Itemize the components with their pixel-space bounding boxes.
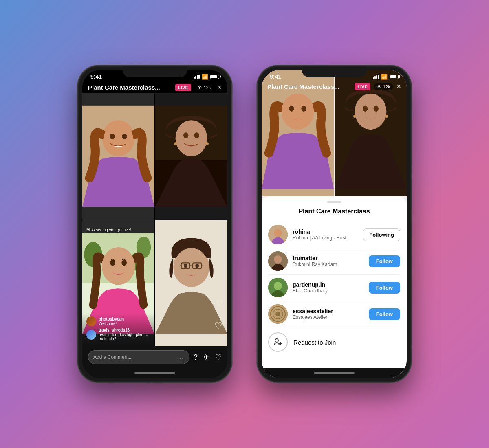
svg-point-20 (102, 247, 135, 285)
phone-right: 9:41 📶 Plant Care Masterclass... (257, 65, 412, 383)
live-header-right-left: LIVE 👁 12k × (175, 83, 222, 92)
avatar-essajees (268, 304, 288, 324)
svg-point-36 (289, 106, 294, 112)
video-person-1 (82, 93, 154, 220)
comment-message-1: Welcome! (99, 321, 117, 326)
panel-handle[interactable] (327, 201, 341, 203)
comment-avatar-1 (86, 316, 96, 326)
bottom-panel: Plant Care Masterclass rohina Rohina | A… (262, 196, 407, 368)
svg-point-49 (274, 282, 282, 290)
comments-overlay: photosbyean Welcome! travis_shreds18 bes… (82, 313, 154, 346)
heart-icon-left[interactable]: ♡ (215, 353, 222, 362)
participant-row-rohina: rohina Rohina | AA Living · Host Followi… (268, 222, 400, 248)
comment-username-2: travis_shreds18 (99, 328, 130, 332)
svg-point-37 (301, 106, 306, 112)
eye-icon-right: 👁 (377, 84, 381, 89)
video-grid-left: Miss seeing you go Live! photosbyean Wel… (82, 93, 227, 346)
comment-text-2: travis_shreds18 best indoor low light pl… (99, 328, 150, 341)
svg-point-11 (206, 142, 209, 145)
participant-info-gardenup: gardenup.in Ekta Chaudhary (293, 281, 364, 294)
trumatter-avatar-svg (268, 251, 288, 271)
phone-left: 9:41 📶 Plant Care Masterclass... LIVE (77, 65, 232, 383)
battery-icon-left (210, 75, 219, 79)
svg-point-5 (122, 134, 127, 139)
participant-desc-rohina: Rohina | AA Living · Host (293, 235, 358, 241)
home-bar-right (314, 372, 355, 374)
svg-point-13 (194, 132, 199, 138)
svg-point-12 (183, 132, 188, 138)
stream-title-right: Plant Care Masterclass... (267, 83, 339, 90)
gardenup-avatar-svg (268, 278, 288, 297)
svg-point-31 (184, 264, 187, 268)
comment-placeholder-left: Add a Comment... (93, 354, 133, 360)
participant-row-essajees: essajeesatelier Essajees Atelier Follow (268, 301, 400, 327)
request-join-label: Request to Join (293, 339, 336, 346)
screen-right: 9:41 📶 Plant Care Masterclass... (262, 70, 407, 378)
participant-username-gardenup: gardenup.in (293, 281, 364, 288)
svg-point-25 (174, 248, 209, 286)
screen-left: 9:41 📶 Plant Care Masterclass... LIVE (82, 70, 227, 378)
participant-info-trumatter: trumatter Rukmini Ray Kadam (293, 255, 364, 267)
participant-row-trumatter: trumatter Rukmini Ray Kadam Follow (268, 248, 400, 275)
bottom-icons-left: ? ✈ ♡ (194, 353, 222, 362)
comment-message-2: best indoor low light plan to maintain? (99, 332, 148, 341)
status-time-left: 9:41 (90, 73, 102, 80)
close-button-left[interactable]: × (217, 83, 222, 92)
viewer-count-left: 👁 12k (194, 84, 214, 91)
question-icon-left[interactable]: ? (194, 353, 198, 362)
comment-avatar-2 (86, 330, 96, 340)
follow-button-essajees[interactable]: Follow (369, 308, 400, 320)
phone-notch-left (122, 66, 187, 77)
heart-icon-bottom: ♡ (214, 321, 222, 331)
svg-point-22 (121, 260, 126, 266)
follow-button-gardenup[interactable]: Follow (369, 282, 400, 294)
eye-icon-left: 👁 (198, 85, 202, 90)
wifi-icon-right: 📶 (381, 74, 388, 80)
request-to-join-row[interactable]: Request to Join (268, 327, 400, 357)
participant-desc-gardenup: Ekta Chaudhary (293, 288, 364, 294)
svg-point-39 (355, 94, 387, 130)
follow-button-trumatter[interactable]: Follow (369, 255, 400, 267)
home-indicator-right (262, 368, 407, 378)
comment-item-1: photosbyean Welcome! (86, 316, 150, 326)
request-join-icon (268, 332, 288, 352)
bottom-bar-left: Add a Comment... ... ? ✈ ♡ (82, 346, 227, 368)
comment-username-1: photosbyean (99, 317, 124, 321)
svg-point-45 (274, 229, 282, 237)
stream-title-left: Plant Care Masterclass... (88, 84, 160, 91)
signal-bars-right (373, 75, 379, 79)
status-icons-right: 📶 (373, 74, 399, 80)
participant-username-essajees: essajeesatelier (293, 308, 364, 314)
participant-username-trumatter: trumatter (293, 255, 364, 261)
svg-point-4 (110, 134, 115, 139)
video-cell-4: ♡ ♡ (155, 220, 227, 347)
phone-notch-right (302, 66, 367, 77)
panel-title: Plant Care Masterclass (268, 208, 400, 215)
home-bar-left (134, 372, 175, 374)
svg-point-47 (274, 255, 282, 264)
participant-info-rohina: rohina Rohina | AA Living · Host (293, 228, 358, 241)
wifi-icon-left: 📶 (202, 74, 208, 80)
svg-point-42 (363, 106, 368, 112)
miss-overlay-text: Miss seeing you go Live! (86, 228, 131, 232)
participant-desc-essajees: Essajees Atelier (293, 314, 364, 320)
share-icon-left[interactable]: ✈ (203, 353, 209, 362)
video-cell-2 (155, 93, 227, 220)
comment-dots-left: ... (177, 354, 184, 360)
svg-point-43 (374, 106, 379, 112)
video-cell-3: Miss seeing you go Live! photosbyean Wel… (82, 220, 154, 347)
status-icons-left: 📶 (194, 74, 219, 80)
battery-icon-right (390, 75, 399, 79)
svg-point-41 (385, 115, 388, 118)
video-cell-1 (82, 93, 154, 220)
participant-info-essajees: essajeesatelier Essajees Atelier (293, 308, 364, 320)
close-button-right[interactable]: × (396, 82, 401, 91)
following-button-rohina[interactable]: Following (363, 228, 400, 241)
svg-point-9 (176, 122, 206, 156)
live-badge-left: LIVE (175, 84, 191, 91)
viewer-count-right: 👁 12k (374, 83, 394, 90)
svg-point-40 (353, 115, 356, 118)
comment-input-left[interactable]: Add a Comment... ... (88, 350, 189, 364)
video-person-2 (155, 93, 227, 220)
avatar-trumatter (268, 251, 288, 271)
